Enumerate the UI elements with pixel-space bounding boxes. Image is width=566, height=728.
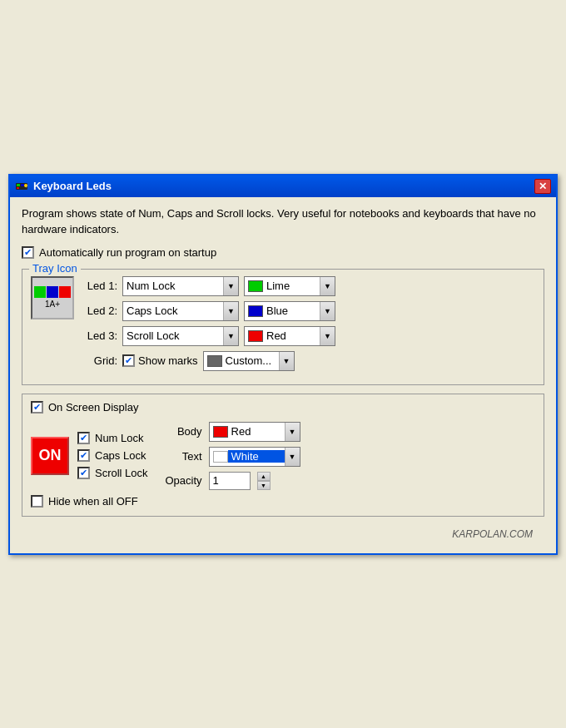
opacity-spinner: ▲ ▼ — [257, 472, 271, 490]
hide-when-off-checkbox[interactable] — [31, 495, 43, 508]
led2-label: Led 2: — [82, 305, 117, 317]
text-color-swatch — [213, 451, 228, 463]
numlock-checkbox[interactable] — [77, 432, 90, 444]
opacity-input[interactable] — [209, 472, 251, 490]
tray-cell-red — [59, 286, 71, 298]
led-row-2: Led 2: Caps Lock ▼ Blue ▼ — [82, 301, 535, 321]
scrolllock-checkbox[interactable] — [77, 467, 90, 479]
text-row: Text White ▼ — [156, 447, 535, 467]
led3-color-label: Red — [263, 329, 320, 342]
led1-lock-arrow: ▼ — [223, 277, 238, 295]
led2-lock-arrow: ▼ — [223, 302, 238, 320]
opacity-up-button[interactable]: ▲ — [257, 472, 271, 481]
scrolllock-check-row: Scroll Lock — [77, 467, 148, 479]
on-badge: ON — [31, 437, 69, 475]
led3-label: Led 3: — [82, 329, 117, 342]
opacity-label: Opacity — [156, 474, 202, 487]
led2-lock-dropdown[interactable]: Caps Lock ▼ — [122, 301, 239, 321]
hide-row: Hide when all OFF — [31, 495, 535, 508]
led3-lock-arrow: ▼ — [223, 327, 238, 345]
app-icon: ↑ — [15, 180, 28, 193]
tray-icon-group-label: Tray Icon — [29, 262, 81, 275]
numlock-label: Num Lock — [95, 432, 144, 444]
osd-group: On Screen Display ON Num Lock Caps Lock — [22, 394, 544, 517]
osd-header: On Screen Display — [31, 401, 535, 414]
window-title: Keyboard Leds — [33, 180, 112, 192]
show-marks-label: Show marks — [138, 354, 198, 367]
osd-checkboxes: Num Lock Caps Lock Scroll Lock — [77, 432, 148, 479]
tray-content: 1A+ Led 1: Num Lock ▼ Lime ▼ — [31, 276, 535, 376]
footer-text: KARPOLAN.COM — [452, 528, 533, 540]
led2-lock-value: Caps Lock — [123, 305, 223, 317]
body-color-dropdown[interactable]: Red ▼ — [209, 422, 300, 442]
tray-preview-label: 1A+ — [45, 300, 60, 309]
body-row: Body Red ▼ — [156, 422, 535, 442]
description-text: Program shows state of Num, Caps and Scr… — [22, 206, 544, 238]
titlebar-left: ↑ Keyboard Leds — [15, 180, 112, 193]
opacity-row: Opacity ▲ ▼ — [156, 472, 535, 490]
grid-color-swatch — [207, 355, 222, 367]
led3-color-dropdown[interactable]: Red ▼ — [244, 326, 335, 346]
led-row-1: Led 1: Num Lock ▼ Lime ▼ — [82, 276, 535, 296]
startup-row: Automatically run program on startup — [22, 246, 544, 259]
led2-color-swatch — [248, 305, 263, 317]
led-row-3: Led 3: Scroll Lock ▼ Red ▼ — [82, 326, 535, 346]
osd-content: ON Num Lock Caps Lock Scroll Lock — [31, 422, 535, 490]
main-window: ↑ Keyboard Leds ✕ Program shows state of… — [8, 174, 558, 555]
led3-color-arrow: ▼ — [320, 327, 335, 345]
svg-rect-1 — [17, 184, 20, 186]
show-marks-checkbox[interactable] — [122, 354, 135, 367]
text-color-arrow: ▼ — [285, 448, 300, 466]
titlebar: ↑ Keyboard Leds ✕ — [10, 176, 556, 197]
osd-group-label: On Screen Display — [48, 401, 138, 414]
close-button[interactable]: ✕ — [534, 179, 551, 194]
body-color-value: Red — [228, 425, 285, 438]
grid-color-arrow: ▼ — [279, 352, 294, 370]
capslock-check-row: Caps Lock — [77, 449, 148, 462]
tray-cell-blue — [47, 286, 58, 298]
tray-preview-inner — [34, 286, 71, 298]
led1-lock-dropdown[interactable]: Num Lock ▼ — [122, 276, 239, 296]
capslock-label: Caps Lock — [95, 449, 146, 462]
tray-icon-group: Tray Icon 1A+ Led 1: — [22, 269, 544, 385]
led1-color-swatch — [248, 280, 263, 292]
body-color-arrow: ▼ — [285, 423, 300, 441]
led1-color-label: Lime — [263, 280, 320, 292]
led3-lock-dropdown[interactable]: Scroll Lock ▼ — [122, 326, 239, 346]
led3-lock-value: Scroll Lock — [123, 329, 223, 342]
hide-when-off-label: Hide when all OFF — [48, 495, 138, 508]
footer: KARPOLAN.COM — [22, 525, 544, 545]
grid-label: Grid: — [82, 354, 117, 367]
led1-lock-value: Num Lock — [123, 280, 223, 292]
tray-preview: 1A+ — [31, 276, 74, 319]
led2-color-arrow: ▼ — [320, 302, 335, 320]
led1-color-arrow: ▼ — [320, 277, 335, 295]
numlock-check-row: Num Lock — [77, 432, 148, 444]
svg-rect-3 — [17, 187, 19, 189]
capslock-checkbox[interactable] — [77, 449, 90, 462]
content-area: Program shows state of Num, Caps and Scr… — [10, 197, 556, 553]
text-color-value: White — [228, 450, 285, 463]
grid-color-dropdown[interactable]: Custom... ▼ — [203, 351, 295, 371]
opacity-down-button[interactable]: ▼ — [257, 481, 271, 490]
grid-color-label: Custom... — [222, 354, 279, 367]
led-rows: Led 1: Num Lock ▼ Lime ▼ Led 2: — [82, 276, 535, 376]
startup-label: Automatically run program on startup — [39, 246, 216, 259]
text-label: Text — [156, 450, 202, 463]
tray-cell-green — [34, 286, 46, 298]
led3-color-swatch — [248, 330, 263, 342]
osd-checkbox[interactable] — [31, 401, 43, 414]
osd-right: Body Red ▼ Text White ▼ — [156, 422, 535, 490]
body-color-swatch — [213, 426, 228, 438]
osd-left: ON Num Lock Caps Lock Scroll Lock — [31, 422, 148, 490]
led2-color-dropdown[interactable]: Blue ▼ — [244, 301, 335, 321]
show-marks-row: Show marks — [122, 354, 198, 367]
startup-checkbox[interactable] — [22, 246, 34, 259]
body-label: Body — [156, 425, 202, 438]
text-color-dropdown[interactable]: White ▼ — [209, 447, 300, 467]
led2-color-label: Blue — [263, 305, 320, 317]
led1-label: Led 1: — [82, 280, 117, 292]
led1-color-dropdown[interactable]: Lime ▼ — [244, 276, 335, 296]
svg-rect-2 — [21, 184, 24, 186]
scrolllock-label: Scroll Lock — [95, 467, 148, 479]
